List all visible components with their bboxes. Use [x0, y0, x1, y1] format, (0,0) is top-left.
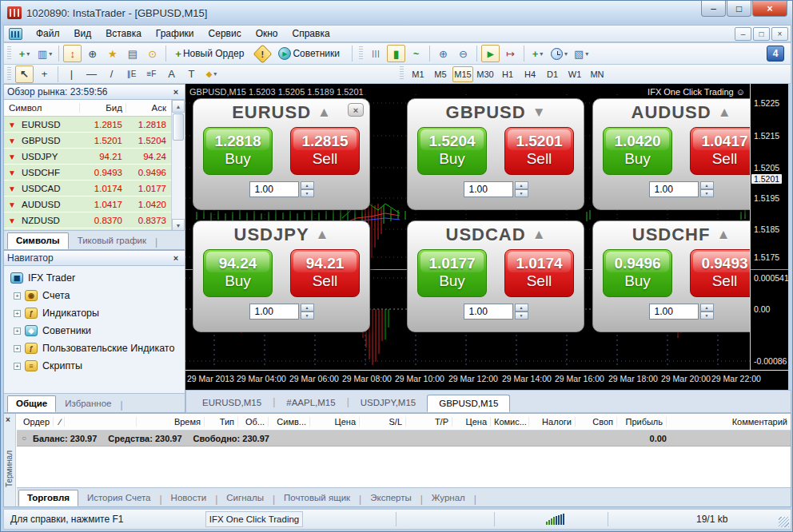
volume-down-button[interactable]: ▼ [515, 189, 528, 197]
chart-plot[interactable]: EURUSD ▲ × 1.2818Buy 1.2815Sell ▲▼ GBPUS… [185, 84, 750, 370]
child-restore-button[interactable]: □ [753, 27, 770, 41]
tab-symbols[interactable]: Символы [7, 232, 69, 249]
navigator-button[interactable]: ★ [103, 45, 122, 62]
table-row[interactable]: ▼USDCHF0.94930.9496 [4, 165, 171, 181]
table-row[interactable]: ▼USDJPY94.2194.24 [4, 149, 171, 165]
tf-mn[interactable]: MN [587, 66, 608, 82]
buy-button[interactable]: 94.24Buy [203, 249, 273, 297]
volume-up-button[interactable]: ▲ [700, 304, 714, 312]
volume-input[interactable] [649, 181, 699, 197]
volume-down-button[interactable]: ▼ [301, 189, 314, 197]
tab-journal[interactable]: Журнал [423, 490, 474, 506]
market-watch-scrollbar[interactable]: ▲ ▼ [171, 100, 185, 232]
fibonacci-button[interactable]: ≡F [142, 66, 161, 83]
child-close-button[interactable]: × [771, 27, 788, 41]
volume-down-button[interactable]: ▼ [515, 312, 528, 320]
templates-button[interactable]: ▧▾ [572, 45, 591, 62]
auto-scroll-button[interactable]: ▶ [481, 45, 500, 62]
terminal-button[interactable]: ▤ [123, 45, 141, 62]
sell-button[interactable]: 1.0417Sell [690, 127, 750, 175]
restore-button[interactable]: □ [727, 1, 751, 17]
new-chart-button[interactable]: +▾ [15, 45, 34, 62]
volume-up-button[interactable]: ▲ [515, 181, 528, 189]
volume-up-button[interactable]: ▲ [301, 181, 314, 189]
panel-close-button[interactable]: × [348, 103, 364, 117]
line-chart-button[interactable]: ~ [407, 45, 425, 62]
expand-icon[interactable]: + [14, 310, 21, 317]
tree-item-custom-indicators[interactable]: + ƒ Пользовательские Индикато [9, 339, 185, 357]
text-label-button[interactable]: T [182, 66, 201, 83]
scroll-up-icon[interactable]: ▲ [172, 100, 185, 113]
toolbar-grip[interactable] [7, 46, 11, 61]
volume-up-button[interactable]: ▲ [515, 304, 528, 312]
resize-grip[interactable] [779, 517, 789, 527]
volume-input[interactable] [464, 304, 513, 320]
zoom-in-button[interactable]: ⊕ [434, 45, 452, 62]
tab-signals[interactable]: Сигналы [217, 490, 273, 506]
volume-input[interactable] [649, 304, 699, 320]
tab-gbpusd-m15[interactable]: GBPUSD,M15 [427, 395, 510, 412]
chart-window[interactable]: GBPUSD,M15 1.5203 1.5205 1.5189 1.5201 I… [185, 84, 788, 390]
volume-down-button[interactable]: ▼ [301, 312, 314, 320]
table-row[interactable]: ▼GBPUSD1.52011.5204 [4, 133, 171, 149]
trendline-button[interactable]: / [102, 66, 121, 83]
indicators-button[interactable]: +▾ [528, 45, 547, 62]
sell-button[interactable]: 1.2815Sell [290, 127, 360, 175]
tab-aapl-m15[interactable]: #AAPL,M15 [275, 395, 346, 412]
vertical-line-button[interactable]: | [62, 66, 81, 83]
expert-advisors-button[interactable]: ▶ Советники [273, 45, 348, 62]
tf-w1[interactable]: W1 [564, 66, 585, 82]
channel-button[interactable]: ∥E [122, 66, 141, 83]
chart-shift-button[interactable]: ↦ [501, 45, 520, 62]
table-row[interactable]: ▼EURUSD1.28151.2818 [4, 117, 171, 133]
market-watch-button[interactable]: ↕ [63, 45, 82, 62]
volume-input[interactable] [464, 181, 513, 197]
volume-down-button[interactable]: ▼ [700, 189, 714, 197]
periods-button[interactable]: ▾ [548, 45, 570, 62]
expand-icon[interactable]: + [14, 328, 21, 335]
close-button[interactable]: × [752, 1, 787, 17]
tab-news[interactable]: Новости [162, 490, 216, 506]
tree-root[interactable]: ▦ IFX Trader [9, 269, 185, 287]
data-window-button[interactable]: ⊕ [83, 45, 102, 62]
sell-button[interactable]: 94.21Sell [290, 249, 360, 297]
minimize-button[interactable]: – [701, 1, 726, 17]
tree-item-indicators[interactable]: + ƒ Индикаторы [9, 304, 185, 322]
sell-button[interactable]: 0.9493Sell [690, 249, 750, 297]
zoom-out-button[interactable]: ⊖ [454, 45, 472, 62]
tree-item-scripts[interactable]: + ≡ Скрипты [9, 357, 185, 375]
sell-button[interactable]: 1.0174Sell [504, 249, 574, 297]
tf-m15[interactable]: M15 [452, 66, 473, 82]
terminal-close-button[interactable]: × [6, 415, 10, 424]
toolbar-grip[interactable] [400, 66, 404, 81]
tree-item-accounts[interactable]: + ◉ Счета [9, 287, 185, 304]
bar-chart-button[interactable]: ||| [367, 45, 385, 62]
expand-icon[interactable]: + [14, 363, 21, 370]
expand-icon[interactable]: + [14, 292, 21, 300]
menu-insert[interactable]: Вставка [98, 26, 149, 42]
horizontal-line-button[interactable]: — [82, 66, 101, 83]
menu-tools[interactable]: Сервис [201, 26, 249, 42]
navigator-close-button[interactable]: × [170, 252, 181, 264]
time-axis[interactable]: 29 Mar 2013 29 Mar 04:00 29 Mar 06:00 29… [185, 371, 788, 389]
menu-charts[interactable]: Графики [149, 26, 201, 42]
tf-d1[interactable]: D1 [542, 66, 563, 82]
tab-account-history[interactable]: История Счета [78, 490, 160, 506]
price-axis[interactable]: 1.5225 1.5215 1.5205 1.5201 1.5195 1.518… [750, 84, 788, 370]
buy-button[interactable]: 1.2818Buy [203, 127, 273, 175]
tab-experts[interactable]: Эксперты [361, 490, 420, 506]
volume-up-button[interactable]: ▲ [700, 181, 714, 189]
tab-favorites[interactable]: Избранное [56, 395, 120, 412]
menu-help[interactable]: Справка [285, 26, 337, 42]
toolbar-grip[interactable] [359, 46, 363, 61]
volume-input[interactable] [249, 304, 299, 320]
expand-icon[interactable]: + [14, 345, 21, 352]
tf-h4[interactable]: H4 [520, 66, 540, 82]
table-row[interactable]: ▼AUDUSD1.04171.0420 [4, 197, 171, 212]
volume-input[interactable] [249, 181, 299, 197]
tf-m1[interactable]: M1 [408, 66, 428, 82]
tab-mailbox[interactable]: Почтовый ящик [275, 490, 359, 506]
buy-button[interactable]: 1.0420Buy [603, 127, 672, 175]
tf-m30[interactable]: M30 [475, 66, 496, 82]
buy-button[interactable]: 0.9496Buy [603, 249, 672, 297]
